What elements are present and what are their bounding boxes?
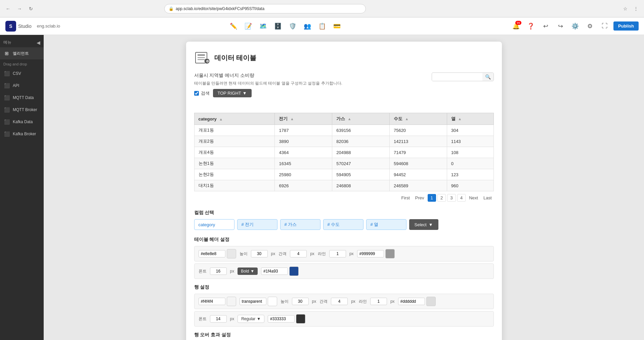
- search-input[interactable]: [432, 73, 482, 81]
- share-button[interactable]: ⚙️: [569, 20, 581, 32]
- col-tag-heat[interactable]: # 열: [366, 219, 406, 230]
- sidebar-item-csv[interactable]: ⬛ CSV: [0, 67, 44, 80]
- people-icon-btn[interactable]: 👥: [301, 20, 313, 32]
- db-icon-btn[interactable]: 🗄️: [272, 20, 284, 32]
- row-line-px: px: [390, 299, 395, 304]
- logo-studio-text: Studio: [18, 23, 32, 29]
- header-font-color-input[interactable]: [261, 268, 288, 275]
- row-bg-color-input[interactable]: [199, 298, 225, 305]
- header-height-input[interactable]: [251, 250, 268, 257]
- row-line-label: 라인: [359, 299, 367, 304]
- page-1[interactable]: 1: [428, 194, 436, 202]
- table-row[interactable]: 개포1동178763915675620304: [194, 125, 493, 136]
- menu-button[interactable]: ⋮: [631, 4, 641, 13]
- header-bg-color-swatch[interactable]: [227, 249, 236, 258]
- col-header-water[interactable]: 수도 ▲: [389, 113, 447, 125]
- header-font-weight-label: Bold: [241, 269, 249, 274]
- page-last[interactable]: Last: [481, 194, 494, 201]
- header-settings-section: 테이블 헤더 설정 높이 px 간격 px 라인 px: [194, 237, 494, 279]
- page-3[interactable]: 3: [447, 194, 456, 202]
- edit-icon-btn[interactable]: ✏️: [227, 20, 240, 32]
- table-row[interactable]: 대치1동6926246808246589960: [194, 180, 493, 191]
- table-cell: 4364: [275, 147, 332, 158]
- header-font-size-input[interactable]: [210, 268, 227, 275]
- table-cell: 94452: [389, 169, 447, 180]
- header-border-color-input[interactable]: [357, 250, 384, 257]
- col-tag-category[interactable]: category: [194, 219, 234, 230]
- publish-button[interactable]: Publish: [613, 21, 639, 31]
- height-label: 높이: [240, 251, 248, 257]
- header-line-input[interactable]: [329, 250, 346, 257]
- sidebar-item-element[interactable]: ⊞ 엘리먼트: [0, 47, 44, 59]
- sidebar-item-mqtt-data[interactable]: ⬛ MQTT Data: [0, 92, 44, 104]
- header-gap-input[interactable]: [290, 250, 307, 257]
- sidebar-item-api[interactable]: ⬛ API: [0, 80, 44, 92]
- col-tag-electricity[interactable]: # 전기: [237, 219, 277, 230]
- sidebar-collapse-button[interactable]: ◀: [37, 40, 40, 45]
- col-tag-gas[interactable]: # 가스: [280, 219, 320, 230]
- table-row[interactable]: 개포4동436420498871479108: [194, 147, 493, 158]
- star-button[interactable]: ☆: [620, 4, 630, 13]
- top-right-button[interactable]: TOP RIGHT ▼: [213, 89, 252, 97]
- page-2[interactable]: 2: [437, 194, 446, 202]
- header-font-weight-dropdown[interactable]: Bold ▼: [238, 268, 258, 275]
- search-checkbox[interactable]: [194, 91, 199, 96]
- header-border-color-swatch[interactable]: [385, 249, 395, 258]
- table-row[interactable]: 논현2동2598059490594452123: [194, 169, 493, 180]
- sidebar-item-mqtt-broker[interactable]: ⬛ MQTT Broker: [0, 104, 44, 116]
- row-border-color-swatch[interactable]: [426, 297, 436, 306]
- col-header-heat[interactable]: 열 ▲: [447, 113, 493, 125]
- row-bg-color-swatch[interactable]: [227, 297, 236, 306]
- row-alt-color-input[interactable]: [240, 298, 266, 305]
- row-border-color-input[interactable]: [398, 298, 425, 305]
- notification-button[interactable]: 🔔 99: [510, 20, 522, 32]
- column-selection-section: 컬럼 선택 category # 전기 # 가스 # 수도 #: [194, 210, 494, 230]
- row-font-color-group: [268, 314, 305, 324]
- forward-button[interactable]: →: [15, 4, 24, 13]
- table-row[interactable]: 개포2동3890820361421131143: [194, 136, 493, 147]
- fullscreen-button[interactable]: ⛶: [599, 20, 611, 32]
- map-icon-btn[interactable]: 🗺️: [257, 20, 269, 32]
- col-tag-water[interactable]: # 수도: [323, 219, 363, 230]
- back-button[interactable]: ←: [3, 4, 13, 13]
- list-icon-btn[interactable]: 📋: [316, 20, 328, 32]
- page-prev[interactable]: Prev: [413, 194, 426, 201]
- search-submit-button[interactable]: 🔍: [482, 73, 493, 81]
- row-alt-color-swatch[interactable]: [268, 297, 277, 306]
- undo-button[interactable]: ↩: [540, 20, 552, 32]
- row-font-size-input[interactable]: [210, 315, 227, 323]
- shield-icon-btn[interactable]: 🛡️: [287, 20, 299, 32]
- page-first[interactable]: First: [399, 194, 412, 201]
- notification-badge: 99: [515, 21, 521, 25]
- row-height-input[interactable]: [292, 298, 309, 305]
- kafka-data-label: Kafka Data: [13, 119, 33, 124]
- row-font-weight-dropdown[interactable]: Regular ▼: [238, 315, 264, 323]
- col-header-category[interactable]: category ▲: [194, 113, 275, 125]
- text-icon-btn[interactable]: 📝: [242, 20, 254, 32]
- row-font-color-swatch[interactable]: [296, 314, 305, 324]
- csv-label: CSV: [13, 71, 21, 76]
- redo-button[interactable]: ↪: [554, 20, 566, 32]
- table-row[interactable]: 논현1동163455702475946080: [194, 158, 493, 169]
- col-header-electricity[interactable]: 전기 ▲: [275, 113, 332, 125]
- header-font-color-swatch[interactable]: [289, 266, 299, 276]
- page-4[interactable]: 4: [457, 194, 466, 202]
- sidebar-item-kafka-data[interactable]: ⬛ Kafka Data: [0, 116, 44, 128]
- row-line-input[interactable]: [370, 298, 387, 305]
- row-gap-input[interactable]: [331, 298, 348, 305]
- refresh-button[interactable]: ↻: [26, 4, 36, 13]
- search-checkbox-label[interactable]: 검색: [194, 90, 210, 96]
- header-font-label: 폰트: [199, 269, 207, 274]
- data-table: category ▲ 전기 ▲ 가스 ▲ 수도 ▲ 열 ▲ 개포1동178763…: [194, 113, 494, 191]
- col-header-gas[interactable]: 가스 ▲: [332, 113, 390, 125]
- row-font-color-input[interactable]: [268, 315, 295, 323]
- card-icon-btn[interactable]: 💳: [331, 20, 343, 32]
- header-bg-color-input[interactable]: [199, 250, 225, 257]
- help-button[interactable]: ❓: [525, 20, 537, 32]
- row-gap-px: px: [351, 299, 355, 304]
- table-cell: 246808: [332, 180, 390, 191]
- settings-button[interactable]: ⚙: [584, 20, 596, 32]
- select-button[interactable]: Select ▼: [409, 219, 438, 230]
- page-next[interactable]: Next: [467, 194, 480, 201]
- sidebar-item-kafka-broker[interactable]: ⬛ Kafka Broker: [0, 128, 44, 140]
